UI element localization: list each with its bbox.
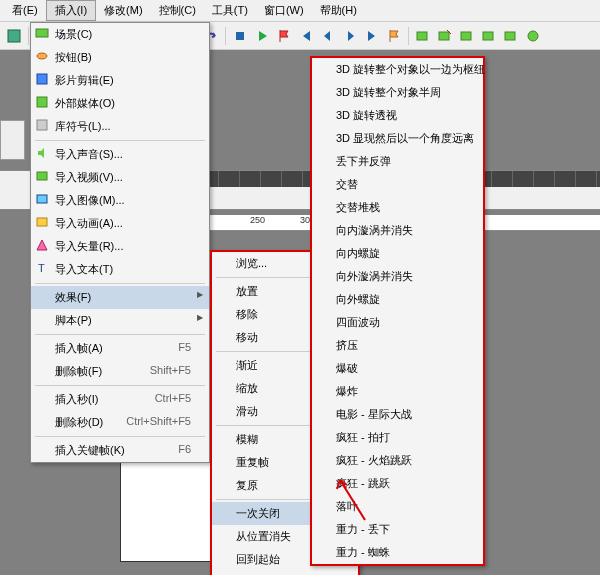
menu-delete-sec[interactable]: 删除秒(D)Ctrl+Shift+F5 (31, 411, 209, 434)
svg-rect-10 (439, 32, 449, 40)
menu-delete-frame[interactable]: 删除帧(F)Shift+F5 (31, 360, 209, 383)
layers-panel[interactable] (0, 120, 25, 160)
menu-library[interactable]: 库符号(L)... (31, 115, 209, 138)
menu-insert[interactable]: 插入(I) (46, 0, 96, 21)
rewind-icon[interactable] (296, 26, 316, 46)
scene-icon (35, 26, 49, 40)
flag2-icon[interactable] (384, 26, 404, 46)
menu-insert-frame[interactable]: 插入帧(A)F5 (31, 337, 209, 360)
effect-item[interactable]: 向外漩涡并消失 (312, 265, 483, 288)
tool-g2[interactable] (435, 26, 455, 46)
effect-item[interactable]: 3D 旋转整个对象半周 (312, 81, 483, 104)
effect-item[interactable]: 向内螺旋 (312, 242, 483, 265)
menu-effects[interactable]: 效果(F) (31, 286, 209, 309)
effect-item[interactable]: 交替堆栈 (312, 196, 483, 219)
svg-rect-0 (8, 30, 20, 42)
vector-icon (35, 238, 49, 252)
effect-item[interactable]: 交替 (312, 173, 483, 196)
effect-item[interactable]: 向内漩涡并消失 (312, 219, 483, 242)
svg-rect-18 (37, 97, 47, 107)
svg-rect-17 (37, 74, 47, 84)
separator (35, 436, 205, 437)
menu-view[interactable]: 看(E) (4, 1, 46, 20)
media-icon (35, 95, 49, 109)
menu-tools[interactable]: 工具(T) (204, 1, 256, 20)
shortcut: F6 (178, 443, 191, 455)
play-icon[interactable] (252, 26, 272, 46)
menu-import-image[interactable]: 导入图像(M)... (31, 189, 209, 212)
video-icon (35, 169, 49, 183)
separator (35, 334, 205, 335)
tool-g5[interactable] (501, 26, 521, 46)
end-icon[interactable] (362, 26, 382, 46)
effect-item[interactable]: 3D 旋转整个对象以一边为枢纽 (312, 58, 483, 81)
menu-insert-sec[interactable]: 插入秒(I)Ctrl+F5 (31, 388, 209, 411)
image-icon (35, 192, 49, 206)
shortcut: Ctrl+F5 (155, 392, 191, 404)
effect-item[interactable]: 爆炸 (312, 380, 483, 403)
effect-item[interactable]: 重力 - 丢下 (312, 518, 483, 541)
svg-rect-11 (461, 32, 471, 40)
svg-rect-9 (417, 32, 427, 40)
sound-icon (35, 146, 49, 160)
effect-item[interactable]: 丢下并反弹 (312, 150, 483, 173)
effect-item[interactable]: 四面波动 (312, 311, 483, 334)
effect-item[interactable]: 3D 旋转透视 (312, 104, 483, 127)
menubar: 看(E) 插入(I) 修改(M) 控制(C) 工具(T) 窗口(W) 帮助(H) (0, 0, 600, 22)
svg-rect-8 (236, 32, 244, 40)
effect-item[interactable]: 落叶 (312, 495, 483, 518)
next-icon[interactable] (340, 26, 360, 46)
menu-insert-keyframe[interactable]: 插入关键帧(K)F6 (31, 439, 209, 462)
menu-import-sound[interactable]: 导入声音(S)... (31, 143, 209, 166)
effect-item[interactable]: 疯狂 - 拍打 (312, 426, 483, 449)
insert-menu: 场景(C) 按钮(B) 影片剪辑(E) 外部媒体(O) 库符号(L)... 导入… (30, 22, 210, 463)
menu-media[interactable]: 外部媒体(O) (31, 92, 209, 115)
svg-text:T: T (38, 262, 45, 274)
tool-g4[interactable] (479, 26, 499, 46)
shortcut: F5 (178, 341, 191, 353)
menu-button[interactable]: 按钮(B) (31, 46, 209, 69)
tool-g3[interactable] (457, 26, 477, 46)
menu-import-anim[interactable]: 导入动画(A)... (31, 212, 209, 235)
menu-show-pos[interactable]: 显示到位置 (212, 571, 358, 575)
tool-g6[interactable] (523, 26, 543, 46)
svg-rect-13 (505, 32, 515, 40)
menu-script[interactable]: 脚本(P) (31, 309, 209, 332)
menu-help[interactable]: 帮助(H) (312, 1, 365, 20)
stop-icon[interactable] (230, 26, 250, 46)
separator (28, 27, 29, 45)
menu-window[interactable]: 窗口(W) (256, 1, 312, 20)
menu-import-text[interactable]: T导入文本(T) (31, 258, 209, 281)
menu-import-vector[interactable]: 导入矢量(R)... (31, 235, 209, 258)
svg-rect-21 (37, 195, 47, 203)
shortcut: Ctrl+Shift+F5 (126, 415, 191, 427)
effect-item[interactable]: 电影 - 星际大战 (312, 403, 483, 426)
svg-point-14 (528, 31, 538, 41)
button-icon (35, 49, 49, 63)
effect-item[interactable]: 重力 - 蜘蛛 (312, 541, 483, 564)
menu-scene[interactable]: 场景(C) (31, 23, 209, 46)
effect-item[interactable]: 爆破 (312, 357, 483, 380)
effect-item[interactable]: 疯狂 - 跳跃 (312, 472, 483, 495)
menu-modify[interactable]: 修改(M) (96, 1, 151, 20)
tool-icon-1[interactable] (4, 26, 24, 46)
shortcut: Shift+F5 (150, 364, 191, 376)
svg-rect-12 (483, 32, 493, 40)
effect-item[interactable]: 疯狂 - 火焰跳跃 (312, 449, 483, 472)
svg-rect-20 (37, 172, 47, 180)
menu-movieclip[interactable]: 影片剪辑(E) (31, 69, 209, 92)
anim-icon (35, 215, 49, 229)
effect-item[interactable]: 向外螺旋 (312, 288, 483, 311)
svg-rect-19 (37, 120, 47, 130)
svg-rect-15 (36, 29, 48, 37)
svg-rect-22 (37, 218, 47, 226)
tool-g1[interactable] (413, 26, 433, 46)
library-icon (35, 118, 49, 132)
separator (35, 283, 205, 284)
flag-icon[interactable] (274, 26, 294, 46)
menu-control[interactable]: 控制(C) (151, 1, 204, 20)
effect-item[interactable]: 挤压 (312, 334, 483, 357)
prev-icon[interactable] (318, 26, 338, 46)
effect-item[interactable]: 3D 显现然后以一个角度远离 (312, 127, 483, 150)
menu-import-video[interactable]: 导入视频(V)... (31, 166, 209, 189)
